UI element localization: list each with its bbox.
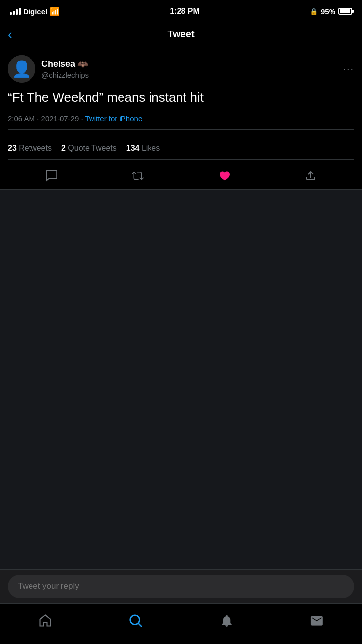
- messages-icon: [310, 614, 324, 628]
- retweets-label: Retweets: [19, 144, 52, 152]
- search-nav-item[interactable]: [121, 610, 151, 632]
- share-button[interactable]: [297, 164, 325, 187]
- signal-bars: [10, 8, 21, 15]
- reply-input[interactable]: [8, 575, 354, 598]
- nav-bar: ‹ Tweet: [0, 22, 362, 47]
- retweet-button[interactable]: [123, 164, 152, 187]
- author-emoji: 🦇: [77, 59, 88, 70]
- bottom-nav: [0, 603, 362, 644]
- reply-icon: [45, 170, 57, 182]
- svg-line-1: [138, 623, 141, 626]
- twitter-client-link[interactable]: Twitter for iPhone: [85, 114, 143, 123]
- likes-count: 134: [126, 144, 140, 152]
- status-right: 🔒 95%: [310, 7, 352, 16]
- author-left: Chelsea 🦇 @chizzlechips: [8, 55, 89, 83]
- search-icon: [128, 613, 143, 628]
- author-name: Chelsea 🦇: [41, 59, 89, 70]
- author-name-text: Chelsea: [41, 59, 75, 69]
- battery-percent: 95%: [321, 7, 335, 16]
- tweet-timestamp: 2:06 AM · 2021-07-29 · Twitter for iPhon…: [8, 114, 354, 130]
- time-display: 1:28 PM: [170, 7, 199, 16]
- carrier-label: Digicel: [23, 7, 47, 16]
- signal-bar-1: [10, 12, 12, 15]
- avatar-image: [8, 55, 35, 83]
- author-info: Chelsea 🦇 @chizzlechips: [41, 59, 89, 79]
- home-icon: [38, 614, 52, 628]
- likes-stat[interactable]: 134 Likes: [126, 144, 160, 153]
- signal-bar-3: [16, 9, 18, 15]
- more-options-button[interactable]: ···: [343, 63, 354, 75]
- retweets-count: 23: [8, 144, 17, 152]
- likes-label: Likes: [142, 144, 160, 152]
- signal-bar-4: [19, 8, 21, 15]
- reply-button[interactable]: [37, 164, 65, 187]
- retweet-icon: [131, 170, 144, 182]
- notifications-nav-item[interactable]: [212, 610, 241, 632]
- replies-area: [0, 190, 362, 569]
- back-button[interactable]: ‹: [8, 28, 12, 41]
- quote-tweets-stat[interactable]: 2 Quote Tweets: [61, 144, 117, 153]
- status-bar: Digicel 📶 1:28 PM 🔒 95%: [0, 0, 362, 22]
- messages-nav-item[interactable]: [302, 610, 332, 632]
- retweets-stat[interactable]: 23 Retweets: [8, 144, 52, 153]
- tweet-stats: 23 Retweets 2 Quote Tweets 134 Likes: [8, 137, 354, 160]
- share-icon: [305, 170, 317, 182]
- signal-bar-2: [13, 11, 15, 15]
- avatar[interactable]: [8, 55, 35, 83]
- battery-fill: [340, 9, 350, 13]
- author-row: Chelsea 🦇 @chizzlechips ···: [8, 55, 354, 83]
- like-icon: [219, 170, 231, 182]
- tweet-text: “Ft The Weeknd” means instant hit: [8, 89, 354, 106]
- timestamp-text: 2:06 AM · 2021-07-29 ·: [8, 114, 85, 123]
- wifi-icon: 📶: [50, 7, 60, 16]
- nav-title: Tweet: [167, 29, 194, 40]
- tweet-actions: [8, 160, 354, 189]
- lock-icon: 🔒: [310, 8, 318, 15]
- home-nav-item[interactable]: [30, 610, 60, 632]
- battery-icon: [338, 8, 352, 15]
- reply-bar: [0, 569, 362, 603]
- status-left: Digicel 📶: [10, 7, 60, 16]
- notifications-icon: [220, 614, 234, 628]
- quote-tweets-label: Quote Tweets: [68, 144, 116, 152]
- author-handle[interactable]: @chizzlechips: [41, 71, 89, 79]
- tweet-card: Chelsea 🦇 @chizzlechips ··· “Ft The Week…: [0, 47, 362, 190]
- like-button[interactable]: [211, 164, 239, 187]
- quote-tweets-count: 2: [61, 144, 66, 152]
